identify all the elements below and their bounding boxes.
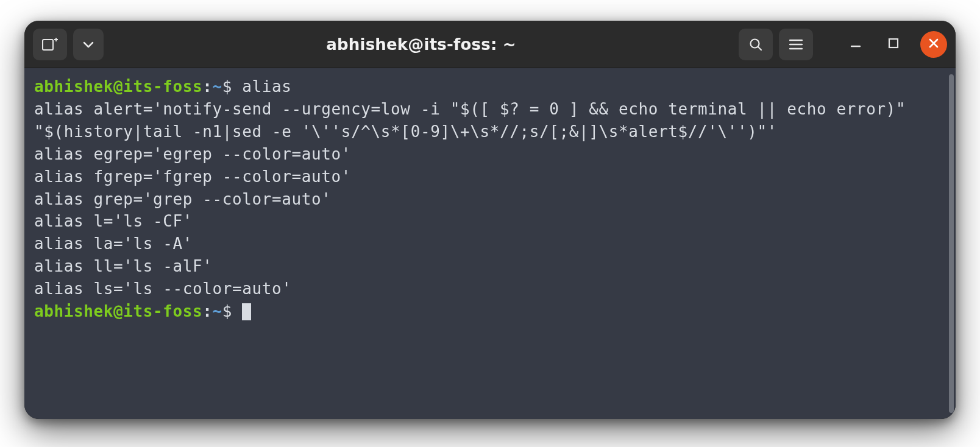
window-title: abhishek@its-foss: ~ [110,35,733,54]
new-tab-button[interactable] [33,29,67,60]
svg-line-4 [758,47,761,50]
svg-rect-9 [889,39,898,48]
output-line: alias fgrep='fgrep --color=auto' [34,167,351,186]
hamburger-menu-button[interactable] [779,29,813,60]
terminal-content[interactable]: abhishek@its-foss:~$ alias alias alert='… [24,68,947,419]
prompt-dollar: $ [222,77,243,96]
prompt-colon: : [202,302,212,320]
close-button[interactable] [920,31,947,58]
tab-menu-button[interactable] [73,29,104,60]
output-line: alias la='ls -A' [34,234,193,253]
terminal-area[interactable]: abhishek@its-foss:~$ alias alias alert='… [24,68,956,419]
output-line: alias egrep='egrep --color=auto' [34,145,351,163]
cursor [242,303,251,320]
command-text: alias [242,77,291,96]
scrollbar[interactable] [947,68,956,419]
terminal-window: abhishek@its-foss: ~ [24,21,956,419]
prompt-dollar: $ [222,302,243,320]
titlebar: abhishek@its-foss: ~ [24,21,956,68]
output-line: alias grep='grep --color=auto' [34,190,332,208]
minimize-icon [850,38,861,51]
output-line: alias l='ls -CF' [34,212,193,230]
svg-rect-0 [43,40,53,50]
chevron-down-icon [83,41,94,48]
prompt-path: ~ [213,302,222,320]
output-line: alias alert='notify-send --urgency=low -… [34,100,916,141]
search-button[interactable] [739,29,773,60]
prompt-user-host: abhishek@its-foss [34,302,202,320]
maximize-button[interactable] [880,31,907,58]
output-line: alias ll='ls -alF' [34,257,213,275]
hamburger-icon [789,39,803,50]
output-line: alias ls='ls --color=auto' [34,280,292,298]
prompt-colon: : [202,77,212,96]
maximize-icon [888,38,899,51]
minimize-button[interactable] [842,31,869,58]
search-icon [748,37,763,52]
close-icon [929,38,939,51]
prompt-path: ~ [213,77,222,96]
new-tab-icon [41,37,59,52]
scrollbar-thumb[interactable] [949,74,954,413]
prompt-user-host: abhishek@its-foss [34,77,202,96]
